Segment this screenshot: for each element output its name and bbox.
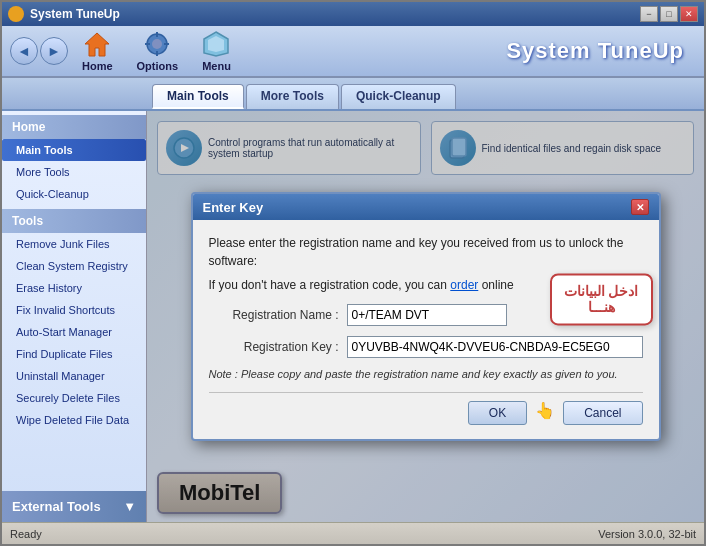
cursor-icon: 👆 — [535, 401, 555, 425]
external-tools-label: External Tools — [12, 499, 101, 514]
dialog-overlay: Enter Key ✕ Please enter the registratio… — [147, 111, 704, 522]
dialog-buttons: OK 👆 Cancel — [209, 392, 643, 425]
sidebar-item-wipe-deleted[interactable]: Wipe Deleted File Data — [2, 409, 146, 431]
dialog-order-link[interactable]: order — [450, 278, 478, 292]
options-toolbar-item[interactable]: Options — [127, 26, 189, 76]
sidebar-item-find-duplicates[interactable]: Find Duplicate Files — [2, 343, 146, 365]
title-bar: System TuneUp − □ ✕ — [2, 2, 704, 26]
title-bar-left: System TuneUp — [8, 6, 120, 22]
content-area: Home Main Tools More Tools Quick-Cleanup… — [2, 111, 704, 522]
sidebar-item-erase-history[interactable]: Erase History — [2, 277, 146, 299]
arabic-annotation: ادخل البيانات هنـــا — [550, 273, 653, 325]
dialog-msg1: Please enter the registration name and k… — [209, 234, 643, 270]
home-icon — [83, 30, 111, 58]
close-button[interactable]: ✕ — [680, 6, 698, 22]
menu-toolbar-item[interactable]: Menu — [192, 26, 241, 76]
tabs-bar: Main Tools More Tools Quick-Cleanup — [2, 78, 704, 111]
menu-icon — [202, 30, 230, 58]
dialog-close-button[interactable]: ✕ — [631, 199, 649, 215]
svg-rect-6 — [164, 43, 169, 45]
app-icon — [8, 6, 24, 22]
app-title-area: System TuneUp — [506, 38, 696, 64]
main-panel: Control programs that run automatically … — [147, 111, 704, 522]
maximize-button[interactable]: □ — [660, 6, 678, 22]
window-title: System TuneUp — [30, 7, 120, 21]
back-button[interactable]: ◄ — [10, 37, 38, 65]
dialog-msg2-prefix: If you don't have a registration code, y… — [209, 278, 451, 292]
tab-more-tools[interactable]: More Tools — [246, 84, 339, 109]
sidebar-home-section: Home — [2, 115, 146, 139]
main-window: System TuneUp − □ ✕ ◄ ► Home — [0, 0, 706, 546]
reg-key-input[interactable] — [347, 336, 643, 358]
sidebar-item-more-tools[interactable]: More Tools — [2, 161, 146, 183]
reg-name-label: Registration Name : — [209, 308, 339, 322]
reg-key-label: Registration Key : — [209, 340, 339, 354]
sidebar-item-uninstall[interactable]: Uninstall Manager — [2, 365, 146, 387]
ok-button[interactable]: OK — [468, 401, 527, 425]
options-icon — [143, 30, 171, 58]
dialog-note: Note : Please copy and paste the registr… — [209, 368, 643, 380]
sidebar-item-fix-shortcuts[interactable]: Fix Invalid Shortcuts — [2, 299, 146, 321]
sidebar-tools-section: Tools — [2, 209, 146, 233]
toolbar: ◄ ► Home Options — [2, 26, 704, 78]
sidebar-item-quick-cleanup[interactable]: Quick-Cleanup — [2, 183, 146, 205]
dialog-title: Enter Key — [203, 200, 264, 215]
sidebar-item-clean-registry[interactable]: Clean System Registry — [2, 255, 146, 277]
reg-key-field-row: Registration Key : — [209, 336, 643, 358]
tab-main-tools[interactable]: Main Tools — [152, 84, 244, 109]
status-bar: Ready Version 3.0.0, 32-bit — [2, 522, 704, 544]
cancel-button[interactable]: Cancel — [563, 401, 642, 425]
external-tools-arrow: ▼ — [123, 499, 136, 514]
sidebar-item-auto-start[interactable]: Auto-Start Manager — [2, 321, 146, 343]
svg-point-2 — [152, 39, 162, 49]
svg-rect-5 — [145, 43, 150, 45]
dialog-msg2-suffix: online — [478, 278, 513, 292]
sidebar: Home Main Tools More Tools Quick-Cleanup… — [2, 111, 147, 522]
nav-buttons: ◄ ► — [10, 37, 68, 65]
options-toolbar-label: Options — [137, 60, 179, 72]
dialog-body: Please enter the registration name and k… — [193, 220, 659, 439]
enter-key-dialog: Enter Key ✕ Please enter the registratio… — [191, 192, 661, 441]
forward-button[interactable]: ► — [40, 37, 68, 65]
reg-name-input[interactable] — [347, 304, 507, 326]
home-toolbar-label: Home — [82, 60, 113, 72]
svg-rect-3 — [156, 32, 158, 37]
app-title: System TuneUp — [506, 38, 684, 64]
reg-name-field-row: Registration Name : ادخل البيانات هنـــا — [209, 304, 643, 326]
sidebar-item-securely-delete[interactable]: Securely Delete Files — [2, 387, 146, 409]
status-right: Version 3.0.0, 32-bit — [598, 528, 696, 540]
title-bar-controls: − □ ✕ — [640, 6, 698, 22]
sidebar-external-tools[interactable]: External Tools ▼ — [2, 491, 146, 522]
minimize-button[interactable]: − — [640, 6, 658, 22]
arabic-line2: هنـــا — [564, 299, 639, 315]
sidebar-item-remove-junk[interactable]: Remove Junk Files — [2, 233, 146, 255]
svg-marker-0 — [85, 33, 109, 56]
arabic-line1: ادخل البيانات — [564, 283, 639, 299]
tab-quick-cleanup[interactable]: Quick-Cleanup — [341, 84, 456, 109]
menu-toolbar-label: Menu — [202, 60, 231, 72]
dialog-title-bar: Enter Key ✕ — [193, 194, 659, 220]
home-toolbar-item[interactable]: Home — [72, 26, 123, 76]
svg-rect-4 — [156, 51, 158, 56]
status-left: Ready — [10, 528, 42, 540]
sidebar-item-main-tools[interactable]: Main Tools — [2, 139, 146, 161]
